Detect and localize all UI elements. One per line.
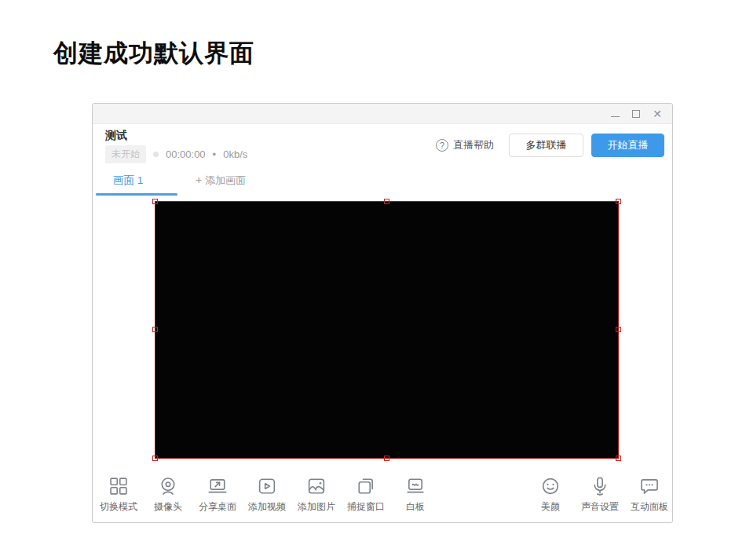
- live-help-link[interactable]: ? 直播帮助: [436, 138, 494, 152]
- beauty-face-icon: [539, 475, 561, 497]
- toolbar-item-camera[interactable]: 摄像头: [145, 475, 191, 514]
- live-help-label: 直播帮助: [453, 138, 494, 152]
- toolbar-label: 互动面板: [631, 500, 668, 514]
- resize-handle-bottom-right[interactable]: [616, 456, 621, 461]
- stream-title: 测试: [105, 129, 127, 143]
- page: 创建成功默认界面 ✕ 测试 未开始 00:00:00 • 0kb/s ? 直播帮…: [0, 0, 746, 560]
- stream-bitrate: 0kb/s: [223, 148, 247, 160]
- question-mark-icon: ?: [436, 139, 448, 152]
- toolbar-item-whiteboard[interactable]: 白板: [393, 475, 438, 514]
- app-window: ✕ 测试 未开始 00:00:00 • 0kb/s ? 直播帮助 多群联播 开始…: [92, 103, 673, 523]
- grid-icon: [108, 475, 130, 497]
- minimize-icon[interactable]: [609, 108, 620, 119]
- status-dot-icon: [153, 152, 159, 157]
- toolbar-label: 白板: [406, 500, 425, 514]
- microphone-icon: [589, 475, 611, 497]
- toolbar-label: 捕捉窗口: [347, 500, 385, 514]
- add-image-icon: [305, 475, 327, 497]
- toolbar-item-add-video[interactable]: 添加视频: [244, 475, 290, 514]
- toolbar-item-switch-mode[interactable]: 切换模式: [96, 475, 141, 514]
- status-row: 未开始 00:00:00 • 0kb/s: [105, 146, 247, 162]
- add-screen-tab[interactable]: +添加画面: [196, 174, 246, 188]
- toolbar-label: 切换模式: [100, 500, 137, 514]
- resize-handle-top-left[interactable]: [152, 199, 158, 204]
- toolbar-item-beauty[interactable]: 美颜: [528, 475, 573, 514]
- toolbar-item-interactive-panel[interactable]: 互动面板: [627, 475, 672, 514]
- window-controls: ✕: [609, 104, 663, 124]
- video-preview-canvas[interactable]: [155, 201, 619, 459]
- status-separator: •: [213, 148, 217, 160]
- whiteboard-icon: [404, 475, 426, 497]
- toolbar-label: 声音设置: [581, 500, 619, 514]
- toolbar-label: 添加视频: [248, 500, 286, 514]
- add-screen-label: 添加画面: [205, 174, 246, 186]
- toolbar-item-sound-settings[interactable]: 声音设置: [577, 475, 623, 514]
- active-tab-underline: [96, 193, 177, 196]
- toolbar-left-group: 切换模式 摄像头: [96, 475, 438, 514]
- maximize-icon[interactable]: [631, 108, 642, 119]
- bottom-toolbar: 切换模式 摄像头: [93, 475, 672, 519]
- resize-handle-middle-right[interactable]: [616, 327, 621, 332]
- share-desktop-icon: [207, 475, 229, 497]
- toolbar-item-add-image[interactable]: 添加图片: [294, 475, 339, 514]
- resize-handle-top-center[interactable]: [384, 199, 389, 204]
- page-title: 创建成功默认界面: [53, 37, 254, 70]
- multi-group-broadcast-button[interactable]: 多群联播: [509, 134, 583, 157]
- tab-screen-1[interactable]: 画面 1: [113, 174, 143, 188]
- resize-handle-bottom-left[interactable]: [152, 456, 158, 461]
- resize-handle-bottom-center[interactable]: [384, 456, 389, 461]
- resize-handle-middle-left[interactable]: [152, 327, 158, 332]
- stream-timer: 00:00:00: [166, 148, 206, 160]
- add-video-icon: [256, 475, 278, 497]
- plus-icon: +: [196, 174, 202, 186]
- status-badge: 未开始: [105, 145, 146, 163]
- toolbar-label: 分享桌面: [199, 500, 236, 514]
- start-live-button[interactable]: 开始直播: [591, 134, 664, 157]
- chat-panel-icon: [638, 475, 660, 497]
- toolbar-right-group: 美颜 声音设置: [528, 475, 672, 514]
- window-titlebar: ✕: [93, 104, 672, 124]
- resize-handle-top-right[interactable]: [616, 199, 621, 204]
- close-icon[interactable]: ✕: [652, 108, 663, 119]
- toolbar-label: 添加图片: [298, 500, 335, 514]
- camera-icon: [157, 475, 179, 497]
- toolbar-label: 美颜: [541, 500, 560, 514]
- capture-window-icon: [355, 475, 377, 497]
- toolbar-item-capture-window[interactable]: 捕捉窗口: [343, 475, 389, 514]
- toolbar-item-share-desktop[interactable]: 分享桌面: [195, 475, 240, 514]
- toolbar-label: 摄像头: [154, 500, 182, 514]
